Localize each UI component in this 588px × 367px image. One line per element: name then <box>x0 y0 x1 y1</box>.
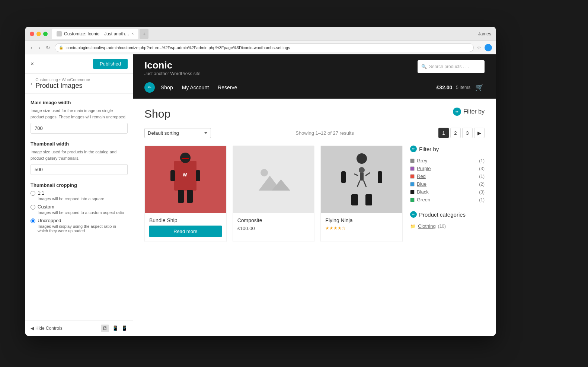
customizer-breadcrumb: Customizing • WooCommerce <box>35 77 90 82</box>
categories-title-text: Product categories <box>419 211 466 218</box>
nav-back-button[interactable]: ‹ <box>31 80 32 87</box>
browser-tab[interactable]: Customize: Iconic – Just anoth… × <box>52 29 138 39</box>
nav-link-reserve[interactable]: Reserve <box>218 84 237 90</box>
product-image-composite <box>233 146 314 213</box>
search-box[interactable]: 🔍 Search products . . . <box>418 60 485 73</box>
profile-circle[interactable] <box>485 44 492 51</box>
tab-favicon <box>57 31 62 36</box>
url-text: iconic-plugins.local/wp-admin/customize.… <box>65 45 290 50</box>
red-filter-link[interactable]: Red <box>417 173 426 179</box>
back-button[interactable]: ‹ <box>29 44 34 52</box>
product-info-bundle-ship: Bundle Ship Read more <box>145 213 226 242</box>
browser-toolbar: ‹ › ↻ 🔒 iconic-plugins.local/wp-admin/cu… <box>25 41 496 54</box>
product-name-bundle-ship: Bundle Ship <box>149 217 222 223</box>
shop-header: Shop ✏ Filter by <box>144 108 485 120</box>
green-filter-link[interactable]: Green <box>417 197 430 202</box>
product-price-composite: £100.00 <box>237 226 310 231</box>
shop-layout: W Bundle Ship <box>144 146 485 242</box>
desktop-view-button[interactable]: 🖥 <box>101 325 109 332</box>
filter-pencil-small-icon: ✏ <box>410 146 417 152</box>
minimize-button[interactable] <box>36 32 41 36</box>
black-filter-link[interactable]: Black <box>417 189 429 195</box>
traffic-lights <box>30 32 48 36</box>
radio-custom-input[interactable] <box>31 205 35 210</box>
bookmark-button[interactable]: ☆ <box>477 45 482 51</box>
view-icons: 🖥 📱 📱 <box>101 325 128 332</box>
browser-titlebar: Customize: Iconic – Just anoth… × + Jame… <box>25 27 496 41</box>
main-image-width-desc: Image size used for the main image on si… <box>31 108 128 120</box>
customizer-nav-content: Customizing • WooCommerce Product Images <box>35 77 90 90</box>
main-image-width-label: Main image width <box>31 100 128 105</box>
nav-link-my-account[interactable]: My Account <box>182 84 209 90</box>
filter-item-purple: Purple (3) <box>410 165 485 172</box>
categories-filter-title: ✏ Product categories <box>410 211 485 218</box>
mobile-view-button[interactable]: 📱 <box>121 325 128 332</box>
page-3-button[interactable]: 3 <box>462 128 473 138</box>
filter-item-black: Black (3) <box>410 188 485 196</box>
radio-item-custom: Custom Images will be cropped to a custo… <box>31 204 128 215</box>
tab-close-icon[interactable]: × <box>131 32 134 36</box>
edit-pencil-icon[interactable]: ✏ <box>144 82 155 93</box>
tablet-view-button[interactable]: 📱 <box>112 325 118 332</box>
sort-select[interactable]: Default sorting Sort by popularity Sort … <box>144 128 211 138</box>
hide-controls-icon: ◀ <box>31 326 34 331</box>
radio-1-1-label: 1:1 <box>38 190 104 196</box>
thumbnail-cropping-group: Thumbnail cropping 1:1 Images will be cr… <box>31 182 128 233</box>
customizer-close-button[interactable]: × <box>31 61 34 67</box>
address-bar[interactable]: 🔒 iconic-plugins.local/wp-admin/customiz… <box>55 43 474 52</box>
color-filter-section: ✏ Filter by Grey (1) <box>410 146 485 204</box>
radio-custom-content: Custom Images will be cropped to a custo… <box>38 204 124 215</box>
nav-link-shop[interactable]: Shop <box>161 84 173 90</box>
green-swatch <box>410 198 415 202</box>
site-branding: Iconic Just another WordPress site <box>144 60 201 76</box>
read-more-button[interactable]: Read more <box>149 226 222 237</box>
close-button[interactable] <box>30 32 34 36</box>
black-count: (3) <box>479 189 485 195</box>
publish-button[interactable]: Published <box>93 59 128 69</box>
cart-icon[interactable]: 🛒 <box>474 82 485 93</box>
radio-1-1-input[interactable] <box>31 191 35 196</box>
svg-rect-16 <box>341 171 346 183</box>
reload-button[interactable]: ↻ <box>44 44 52 52</box>
blue-filter-link[interactable]: Blue <box>417 181 426 187</box>
product-info-composite: Composite £100.00 <box>233 213 314 239</box>
shop-toolbar: Default sorting Sort by popularity Sort … <box>144 128 485 138</box>
thumbnail-width-input[interactable] <box>31 164 128 175</box>
clothing-category-link[interactable]: Clothing <box>418 223 436 229</box>
purple-filter-link[interactable]: Purple <box>417 166 431 171</box>
category-item-clothing: 📁 Clothing (10) <box>410 222 485 230</box>
page-2-button[interactable]: 2 <box>450 128 461 138</box>
mobile-icon: 📱 <box>121 325 128 331</box>
page-1-button[interactable]: 1 <box>438 128 449 138</box>
product-grid: W Bundle Ship <box>144 146 403 242</box>
filter-item-purple-left: Purple <box>410 166 431 171</box>
radio-uncropped-input[interactable] <box>31 218 35 223</box>
forward-button[interactable]: › <box>37 44 42 52</box>
customizer-section-title: Product Images <box>35 82 90 90</box>
page-next-button[interactable]: ▶ <box>474 128 485 138</box>
category-folder-icon: 📁 <box>410 224 416 229</box>
purple-count: (3) <box>479 166 485 171</box>
lock-icon: 🔒 <box>59 45 63 50</box>
customizer-body: Main image width Image size used for the… <box>25 94 133 320</box>
hide-controls-button[interactable]: ◀ Hide Controls <box>31 326 63 331</box>
grey-filter-link[interactable]: Grey <box>417 158 427 163</box>
svg-rect-6 <box>196 170 200 181</box>
purple-swatch <box>410 166 415 171</box>
grey-count: (1) <box>479 158 485 163</box>
filter-item-blue-left: Blue <box>410 181 426 187</box>
flying-ninja-image <box>339 150 384 209</box>
shop-sidebar: ✏ Filter by Grey (1) <box>410 146 485 242</box>
filter-by-label: ✏ Filter by <box>453 108 485 116</box>
new-tab-button[interactable]: + <box>140 29 148 39</box>
customizer-footer: ◀ Hide Controls 🖥 📱 📱 <box>25 320 133 336</box>
red-swatch <box>410 174 415 179</box>
main-image-width-input[interactable] <box>31 123 128 134</box>
site-nav: ✏ Shop My Account Reserve £32.00 5 items… <box>144 82 485 93</box>
clothing-count: (10) <box>438 224 446 229</box>
maximize-button[interactable] <box>43 32 48 36</box>
svg-rect-7 <box>178 190 184 203</box>
filter-item-green: Green (1) <box>410 196 485 204</box>
svg-point-18 <box>359 167 365 173</box>
radio-custom-desc: Images will be cropped to a custom aspec… <box>38 210 124 215</box>
